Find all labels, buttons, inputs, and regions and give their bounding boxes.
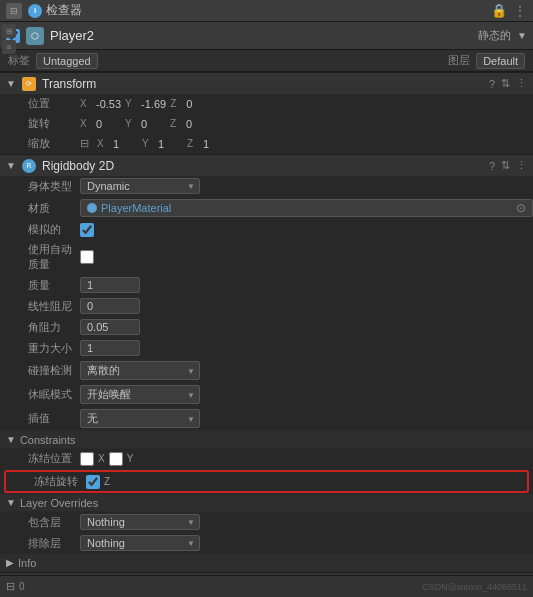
- freeze-rotation-highlight: 冻结旋转 Z: [4, 470, 529, 493]
- material-target-icon[interactable]: ⊙: [516, 201, 526, 215]
- info-header[interactable]: ▶ Info: [0, 554, 533, 572]
- inspector-title: 检查器: [46, 2, 82, 19]
- scale-z-value[interactable]: 1: [203, 138, 228, 150]
- include-layer-value-area: Nothing: [80, 514, 533, 530]
- rot-z-label: Z: [170, 118, 182, 129]
- mass-value[interactable]: 1: [80, 277, 140, 293]
- left-panel-btn-2[interactable]: ≡: [2, 40, 16, 54]
- scale-x-label: X: [97, 138, 109, 149]
- sleep-value-area: 开始唤醒: [80, 385, 533, 404]
- collision-row: 碰撞检测 离散的: [0, 359, 533, 383]
- interpolate-dropdown[interactable]: 无: [80, 409, 200, 428]
- tag-dropdown[interactable]: Untagged: [36, 53, 98, 69]
- linear-drag-value[interactable]: 0: [80, 298, 140, 314]
- transform-settings-icon[interactable]: ⇅: [501, 77, 510, 90]
- collision-label: 碰撞检测: [0, 363, 80, 378]
- rigidbody-icon: R: [22, 159, 36, 173]
- include-layer-dropdown[interactable]: Nothing: [80, 514, 200, 530]
- rigidbody-menu-icon[interactable]: ⋮: [516, 159, 527, 172]
- gravity-value[interactable]: 1: [80, 340, 140, 356]
- linear-drag-row: 线性阻尼 0: [0, 296, 533, 317]
- freeze-pos-x-checkbox[interactable]: [80, 452, 94, 466]
- rotation-label: 旋转: [0, 116, 80, 131]
- body-type-dropdown[interactable]: Dynamic: [80, 178, 200, 194]
- material-field[interactable]: PlayerMaterial ⊙: [80, 199, 533, 217]
- panel-collapse-btn[interactable]: ⊟: [6, 3, 22, 19]
- rot-z-value[interactable]: 0: [186, 118, 211, 130]
- freeze-rotation-row: 冻结旋转 Z: [6, 472, 527, 491]
- exclude-layer-dropdown[interactable]: Nothing: [80, 535, 200, 551]
- position-values: X -0.53 Y -1.69 Z 0: [80, 98, 533, 110]
- auto-mass-checkbox[interactable]: [80, 250, 94, 264]
- bottom-bar: ⊟ 0 CSDN@weixin_44086511: [0, 575, 533, 597]
- freeze-pos-y-label: Y: [127, 453, 134, 464]
- gravity-label: 重力大小: [0, 341, 80, 356]
- sleep-label: 休眠模式: [0, 387, 80, 402]
- rot-x-value[interactable]: 0: [96, 118, 121, 130]
- layer-label: 图层: [448, 53, 470, 68]
- watermark-text: CSDN@weixin_44086511: [422, 582, 527, 592]
- material-value: PlayerMaterial: [101, 202, 171, 214]
- constraints-arrow-icon: ▼: [6, 434, 16, 445]
- transform-title: Transform: [42, 77, 483, 91]
- inspector-toolbar: ⊟ i 检查器 🔒 ⋮: [0, 0, 533, 22]
- transform-help-icon[interactable]: ?: [489, 78, 495, 90]
- pos-x-value[interactable]: -0.53: [96, 98, 121, 110]
- collision-dropdown[interactable]: 离散的: [80, 361, 200, 380]
- layer-overrides-header[interactable]: ▼ Layer Overrides: [0, 494, 533, 512]
- freeze-position-checkboxes: X Y: [80, 452, 133, 466]
- include-layer-row: 包含层 Nothing: [0, 512, 533, 533]
- freeze-position-label: 冻结位置: [0, 451, 80, 466]
- auto-mass-row: 使用自动质量: [0, 240, 533, 275]
- angular-drag-value-area: 0.05: [80, 319, 533, 335]
- lock-icon[interactable]: 🔒: [491, 3, 507, 18]
- position-row: 位置 X -0.53 Y -1.69 Z 0: [0, 94, 533, 114]
- rot-y-label: Y: [125, 118, 137, 129]
- rot-x-label: X: [80, 118, 92, 129]
- rotation-row: 旋转 X 0 Y 0 Z 0: [0, 114, 533, 134]
- scale-y-value[interactable]: 1: [158, 138, 183, 150]
- scale-xyz: X 1 Y 1 Z 1: [97, 138, 228, 150]
- rigidbody-settings-icon[interactable]: ⇅: [501, 159, 510, 172]
- scale-y-label: Y: [142, 138, 154, 149]
- constraints-header[interactable]: ▼ Constraints: [0, 431, 533, 449]
- pos-z-label: Z: [170, 98, 182, 109]
- transform-arrow-icon: ▼: [6, 78, 16, 89]
- rot-y-value[interactable]: 0: [141, 118, 166, 130]
- simulated-checkbox[interactable]: [80, 223, 94, 237]
- freeze-rot-z-checkbox[interactable]: [86, 475, 100, 489]
- mass-label: 质量: [0, 278, 80, 293]
- content-area: ▼ ⟳ Transform ? ⇅ ⋮ 位置 X -0.53: [0, 72, 533, 575]
- transform-menu-icon[interactable]: ⋮: [516, 77, 527, 90]
- rotation-xyz: X 0 Y 0 Z 0: [80, 118, 211, 130]
- gravity-value-area: 1: [80, 340, 533, 356]
- layer-dropdown[interactable]: Default: [476, 53, 525, 69]
- material-label: 材质: [0, 201, 80, 216]
- transform-component-header[interactable]: ▼ ⟳ Transform ? ⇅ ⋮: [0, 72, 533, 94]
- scale-x-value[interactable]: 1: [113, 138, 138, 150]
- sleep-dropdown[interactable]: 开始唤醒: [80, 385, 200, 404]
- freeze-pos-y-checkbox[interactable]: [109, 452, 123, 466]
- simulated-label: 模拟的: [0, 222, 80, 237]
- pos-y-value[interactable]: -1.69: [141, 98, 166, 110]
- bottom-number: 0: [19, 581, 25, 592]
- exclude-layer-label: 排除层: [0, 536, 80, 551]
- panel-title-area: i 检查器: [28, 2, 485, 19]
- left-panel-btn-1[interactable]: ⊞: [2, 24, 16, 38]
- linear-drag-label: 线性阻尼: [0, 299, 80, 314]
- rotation-values: X 0 Y 0 Z 0: [80, 118, 533, 130]
- collision-value-area: 离散的: [80, 361, 533, 380]
- rigidbody-help-icon[interactable]: ?: [489, 160, 495, 172]
- rigidbody-component-header[interactable]: ▼ R Rigidbody 2D ? ⇅ ⋮: [0, 154, 533, 176]
- linear-drag-value-area: 0: [80, 298, 533, 314]
- layer-overrides-label: Layer Overrides: [20, 497, 98, 509]
- pos-z-value[interactable]: 0: [186, 98, 211, 110]
- static-dropdown-arrow[interactable]: ▼: [517, 30, 527, 41]
- static-label: 静态的: [478, 28, 511, 43]
- angular-drag-value[interactable]: 0.05: [80, 319, 140, 335]
- panel-menu-icon[interactable]: ⋮: [513, 3, 527, 19]
- mass-value-area: 1: [80, 277, 533, 293]
- simulated-value-area: [80, 223, 533, 237]
- angular-drag-label: 角阻力: [0, 320, 80, 335]
- gameobject-name[interactable]: Player2: [50, 28, 472, 43]
